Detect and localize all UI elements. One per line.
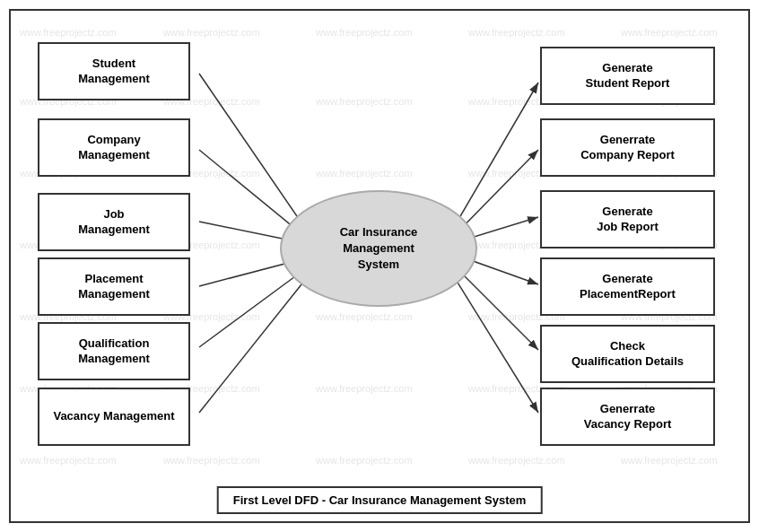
watermark: www.freeprojectz.com: [316, 168, 413, 179]
box-placement-report: GeneratePlacementReport: [540, 257, 715, 316]
watermark: www.freeprojectz.com: [20, 27, 117, 38]
svg-line-12: [450, 271, 538, 413]
watermark: www.freeprojectz.com: [316, 311, 413, 322]
svg-line-7: [450, 83, 538, 233]
box-label: GenerrateVacancy Report: [584, 402, 672, 432]
box-label: GenerrateCompany Report: [580, 133, 675, 163]
box-qualification-check: CheckQualification Details: [540, 325, 715, 383]
watermark: www.freeprojectz.com: [621, 27, 718, 38]
box-label: Vacancy Management: [53, 409, 174, 424]
box-job-report: GenerateJob Report: [540, 190, 715, 249]
box-label: QualificationManagement: [78, 336, 149, 367]
box-job-management: JobManagement: [38, 193, 190, 251]
box-label: CheckQualification Details: [571, 339, 684, 370]
box-vacancy-report: GenerrateVacancy Report: [540, 388, 715, 446]
box-label: CompanyManagement: [78, 133, 149, 163]
box-label: StudentManagement: [78, 57, 149, 87]
box-qualification-management: QualificationManagement: [38, 322, 190, 380]
watermark: www.freeprojectz.com: [468, 27, 565, 38]
diagram-container: www.freeprojectz.com www.freeprojectz.co…: [9, 9, 750, 523]
watermark: www.freeprojectz.com: [20, 455, 117, 466]
box-label: GeneratePlacementReport: [580, 272, 676, 302]
box-student-report: GenerateStudent Report: [540, 47, 715, 105]
center-label: Car InsuranceManagementSystem: [340, 224, 418, 274]
caption-text: First Level DFD - Car Insurance Manageme…: [233, 493, 527, 507]
center-ellipse: Car InsuranceManagementSystem: [280, 190, 477, 307]
box-label: JobManagement: [78, 207, 149, 238]
watermark: www.freeprojectz.com: [163, 27, 260, 38]
watermark: www.freeprojectz.com: [468, 455, 565, 466]
box-company-report: GenerrateCompany Report: [540, 118, 715, 177]
box-label: GenerateJob Report: [597, 205, 659, 235]
diagram-inner: www.freeprojectz.com www.freeprojectz.co…: [11, 11, 748, 521]
svg-line-1: [199, 74, 309, 233]
box-label: PlacementManagement: [78, 272, 149, 302]
watermark: www.freeprojectz.com: [163, 455, 260, 466]
watermark: www.freeprojectz.com: [621, 455, 718, 466]
box-vacancy-management: Vacancy Management: [38, 388, 190, 446]
watermark: www.freeprojectz.com: [316, 27, 413, 38]
box-company-management: CompanyManagement: [38, 118, 190, 177]
diagram-caption: First Level DFD - Car Insurance Manageme…: [217, 486, 543, 514]
watermark: www.freeprojectz.com: [316, 383, 413, 394]
box-placement-management: PlacementManagement: [38, 257, 190, 316]
svg-line-6: [199, 275, 309, 413]
watermark: www.freeprojectz.com: [316, 96, 413, 107]
svg-line-5: [199, 266, 309, 347]
box-student-management: StudentManagement: [38, 42, 190, 100]
watermark: www.freeprojectz.com: [316, 455, 413, 466]
box-label: GenerateStudent Report: [586, 61, 670, 92]
